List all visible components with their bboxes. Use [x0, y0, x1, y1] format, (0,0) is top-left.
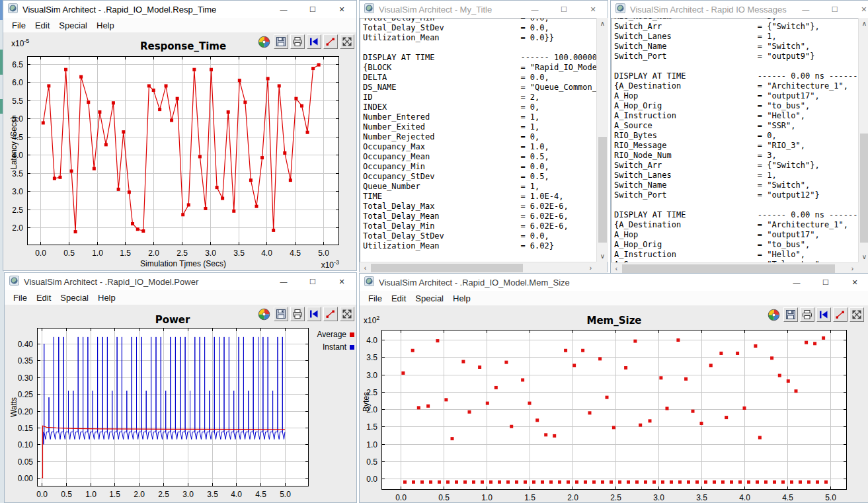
minimize-button[interactable]: — — [520, 1, 549, 18]
text-display-rapid-io[interactable]: RIO_Node_Num = 3,Switch_Arr = {"Switch"}… — [611, 18, 858, 262]
edit-points-icon[interactable] — [323, 34, 338, 49]
window-controls: —☐✕ — [520, 1, 608, 18]
text-line: Total_Delay_Min = 0.0, — [363, 18, 596, 23]
horizontal-scrollbar[interactable]: ‹ › — [360, 262, 596, 274]
scroll-up-arrow[interactable]: ∧ — [859, 18, 868, 29]
print-icon[interactable] — [290, 34, 305, 49]
save-icon[interactable] — [274, 307, 288, 321]
text-line: Utilization_Mean = 6.02} — [363, 241, 596, 251]
menu-item-help[interactable]: Help — [93, 292, 120, 303]
legend-item-average: Average — [317, 330, 354, 339]
fill-plot-icon[interactable] — [340, 307, 354, 321]
legend-label: Instant — [323, 342, 346, 352]
close-button[interactable]: ✕ — [327, 273, 356, 290]
titlebar-resp-time[interactable]: VisualSim Architect - .Rapid_IO_Model.Re… — [3, 1, 356, 18]
menu-item-edit[interactable]: Edit — [30, 20, 54, 31]
svg-text:5.5: 5.5 — [12, 97, 23, 106]
text-line: Total_Delay_StDev = 0.0, — [363, 23, 596, 33]
palette-icon[interactable] — [766, 307, 781, 323]
y-axis-label: Bytes — [362, 392, 371, 412]
scroll-right-arrow[interactable]: › — [585, 262, 596, 274]
menu-item-edit[interactable]: Edit — [32, 292, 56, 303]
scroll-up-arrow[interactable]: ∧ — [597, 18, 608, 29]
scroll-thumb[interactable] — [622, 264, 835, 273]
close-button[interactable]: ✕ — [327, 1, 356, 18]
legend-swatch-blue — [350, 345, 354, 350]
minimize-button[interactable]: — — [782, 274, 811, 291]
vertical-scrollbar[interactable]: ∧ ∨ — [858, 18, 868, 262]
edit-points-icon[interactable] — [833, 307, 848, 322]
menu-item-special[interactable]: Special — [54, 20, 92, 31]
response-time-plot-canvas[interactable]: 0.00.51.01.52.02.53.03.54.04.55.02.02.53… — [3, 32, 358, 272]
svg-text:3.0: 3.0 — [366, 371, 377, 380]
window-power: VisualSim Architect - .Rapid_IO_Model.Po… — [4, 272, 357, 503]
text-line: Switch_Name = "Switch", — [614, 180, 858, 190]
menu-item-help[interactable]: Help — [92, 20, 119, 31]
text-line: DS_NAME = "Queue_Common_Stats — [363, 83, 596, 93]
close-button[interactable]: ✕ — [840, 274, 868, 291]
x-axis-multiplier: x10-3 — [321, 259, 339, 270]
minimize-button[interactable]: — — [269, 1, 298, 18]
svg-text:2.0: 2.0 — [12, 223, 23, 233]
titlebar-my-title[interactable]: VisualSim Architect - My_Title —☐✕ — [360, 1, 608, 18]
window-title: VisualSim Architect - My_Title — [379, 5, 492, 15]
maximize-button[interactable]: ☐ — [298, 273, 327, 290]
scroll-thumb[interactable] — [860, 134, 868, 243]
legend-item-instant: Instant — [323, 342, 354, 352]
minimize-button[interactable]: — — [791, 1, 820, 18]
palette-icon[interactable] — [256, 306, 272, 322]
vertical-scrollbar[interactable]: ∧ ∨ — [596, 18, 608, 262]
text-line: DISPLAY AT TIME ------ 0.00 ns ------ — [614, 210, 858, 220]
scroll-down-arrow[interactable]: ∨ — [597, 251, 608, 262]
text-display-my-title[interactable]: Total_Delay_Min = 0.0,Total_Delay_StDev … — [360, 18, 596, 262]
save-icon[interactable] — [783, 307, 798, 322]
palette-icon[interactable] — [256, 34, 272, 50]
menu-item-file[interactable]: File — [364, 293, 387, 304]
mem-size-plot-canvas[interactable]: 0.00.51.01.52.02.53.03.54.04.55.00.00.51… — [360, 305, 868, 503]
svg-text:5.0: 5.0 — [825, 493, 836, 502]
app-icon — [364, 276, 374, 288]
print-icon[interactable] — [290, 307, 305, 321]
maximize-button[interactable]: ☐ — [298, 1, 327, 18]
menu-item-special[interactable]: Special — [411, 293, 448, 304]
maximize-button[interactable]: ☐ — [820, 1, 849, 18]
reset-axes-icon[interactable] — [307, 34, 321, 49]
menu-item-file[interactable]: File — [7, 20, 30, 31]
menu-item-help[interactable]: Help — [448, 293, 475, 304]
scroll-thumb[interactable] — [371, 264, 523, 272]
reset-axes-icon[interactable] — [307, 307, 321, 321]
svg-text:0.0: 0.0 — [395, 493, 407, 502]
power-plot-canvas[interactable]: 0.00.51.01.52.02.53.03.54.04.55.00.000.0… — [5, 305, 358, 503]
text-line: A_Source = "SSR", — [614, 121, 858, 131]
scroll-down-arrow[interactable]: ∨ — [859, 251, 868, 262]
text-line: Total_Delay_Min = 6.02E-6, — [363, 221, 596, 231]
print-icon[interactable] — [800, 307, 814, 322]
save-icon[interactable] — [274, 34, 288, 49]
edit-points-icon[interactable] — [323, 307, 338, 321]
menu-item-file[interactable]: File — [9, 292, 32, 303]
scroll-left-arrow[interactable]: ‹ — [360, 262, 371, 274]
text-line — [363, 43, 596, 53]
menu-item-edit[interactable]: Edit — [387, 293, 411, 304]
fill-plot-icon[interactable] — [340, 34, 354, 49]
reset-axes-icon[interactable] — [816, 307, 831, 322]
close-button[interactable]: ✕ — [578, 1, 608, 18]
titlebar-power[interactable]: VisualSim Architect - .Rapid_IO_Model.Po… — [5, 273, 356, 290]
close-button[interactable]: ✕ — [849, 1, 868, 18]
text-line: DELTA = 0.0, — [363, 73, 596, 83]
minimize-button[interactable]: — — [269, 273, 298, 290]
window-controls: —☐✕ — [269, 1, 356, 18]
scroll-thumb[interactable] — [598, 137, 607, 243]
maximize-button[interactable]: ☐ — [549, 1, 578, 18]
titlebar-mem-size[interactable]: VisualSim Architect - .Rapid_IO_Model.Me… — [360, 274, 868, 291]
titlebar-rapid-io[interactable]: VisualSim Architect - Rapid IO Messages … — [611, 1, 868, 18]
svg-text:2.0: 2.0 — [134, 490, 145, 499]
menu-item-special[interactable]: Special — [56, 292, 93, 303]
window-title: VisualSim Architect - .Rapid_IO_Model.Me… — [379, 278, 570, 288]
maximize-button[interactable]: ☐ — [811, 274, 840, 291]
svg-text:4.5: 4.5 — [255, 490, 266, 499]
fill-plot-icon[interactable] — [849, 307, 864, 322]
text-line: Occupancy_Min = 0.0, — [363, 162, 596, 172]
chart-area-resp-time: 0.00.51.01.52.02.53.03.54.04.55.02.02.53… — [3, 32, 356, 270]
text-line: RIO_Node_Num = 3, — [614, 151, 858, 161]
